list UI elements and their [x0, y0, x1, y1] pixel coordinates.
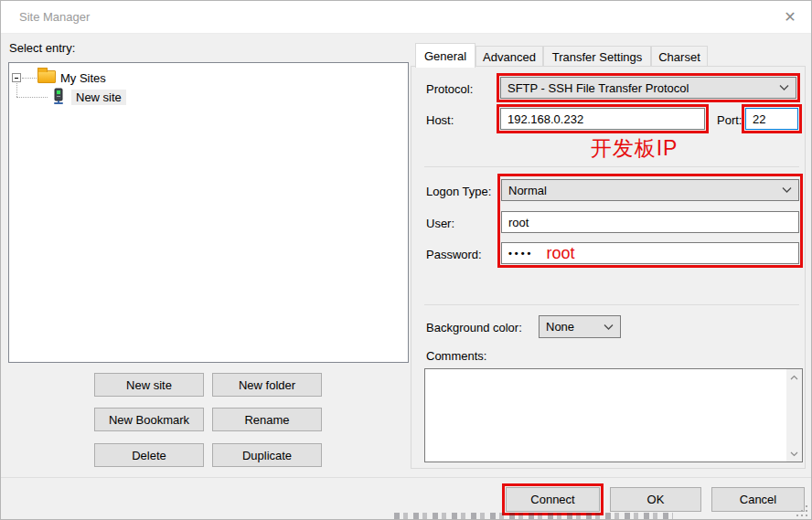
logon-type-label: Logon Type:: [426, 185, 491, 198]
comments-scrollbar[interactable]: [786, 369, 802, 462]
collapse-icon[interactable]: [12, 73, 21, 82]
logon-type-select[interactable]: Normal: [501, 179, 799, 201]
new-site-button[interactable]: New site: [94, 373, 204, 397]
annotation-box-logon: Normal •••• root: [497, 174, 803, 268]
folder-icon: [37, 70, 56, 83]
connect-button[interactable]: Connect: [506, 487, 600, 512]
password-masked-value: ••••: [508, 248, 533, 259]
tab-general[interactable]: General: [415, 43, 475, 68]
close-icon[interactable]: ✕: [769, 1, 811, 33]
comments-textarea[interactable]: [424, 368, 803, 462]
tree-item-my-sites[interactable]: My Sites: [60, 71, 106, 85]
user-input[interactable]: [501, 211, 799, 233]
tree-connector: [16, 83, 17, 97]
host-input[interactable]: [500, 108, 705, 130]
separator: [424, 304, 799, 305]
tree-connector: [22, 78, 37, 79]
clipped-underlying-text: [394, 513, 673, 520]
protocol-label: Protocol:: [426, 82, 473, 96]
site-manager-dialog: Site Manager ✕ Select entry: My Sites Ne…: [0, 0, 812, 520]
comments-label: Comments:: [426, 349, 486, 363]
separator: [424, 166, 799, 167]
chevron-down-icon: [779, 85, 789, 91]
new-bookmark-button[interactable]: New Bookmark: [94, 408, 204, 431]
password-label: Password:: [426, 248, 482, 261]
protocol-select[interactable]: SFTP - SSH File Transfer Protocol: [500, 77, 796, 99]
port-label: Port:: [717, 113, 742, 127]
select-entry-label: Select entry:: [9, 41, 75, 55]
port-input[interactable]: [745, 108, 798, 130]
server-icon: [52, 88, 65, 105]
ip-annotation-text: 开发板IP: [550, 134, 719, 163]
annotation-box-protocol: SFTP - SSH File Transfer Protocol: [497, 73, 800, 102]
protocol-value: SFTP - SSH File Transfer Protocol: [508, 81, 689, 95]
host-label: Host:: [426, 113, 454, 127]
scroll-down-icon[interactable]: [786, 446, 802, 462]
user-label: User:: [426, 217, 454, 230]
duplicate-button[interactable]: Duplicate: [212, 443, 322, 467]
password-annotation-text: root: [546, 244, 574, 263]
cancel-button[interactable]: Cancel: [711, 487, 805, 512]
footer-separator: [1, 477, 812, 478]
annotation-box-port: [742, 104, 802, 133]
password-input[interactable]: •••• root: [501, 242, 799, 264]
resize-grip[interactable]: [796, 504, 808, 516]
chevron-down-icon: [782, 187, 792, 194]
chevron-down-icon: [604, 324, 614, 330]
tab-transfer-settings[interactable]: Transfer Settings: [543, 46, 651, 67]
logon-type-value: Normal: [508, 184, 547, 197]
tree-item-new-site[interactable]: New site: [71, 90, 126, 105]
site-tree: [8, 62, 409, 363]
window-title: Site Manager: [19, 10, 90, 24]
rename-button[interactable]: Rename: [212, 408, 322, 431]
annotation-box-connect: Connect: [502, 483, 604, 515]
tree-connector: [16, 97, 48, 98]
annotation-box-host: [497, 104, 709, 133]
background-color-value: None: [546, 320, 574, 334]
title-bar: Site Manager ✕: [1, 1, 811, 34]
tab-advanced[interactable]: Advanced: [475, 46, 543, 67]
delete-button[interactable]: Delete: [94, 443, 204, 467]
background-color-select[interactable]: None: [539, 315, 621, 338]
ok-button[interactable]: OK: [610, 487, 701, 512]
new-folder-button[interactable]: New folder: [212, 373, 322, 397]
tab-charset[interactable]: Charset: [651, 46, 708, 67]
background-color-label: Background color:: [426, 321, 522, 334]
scroll-up-icon[interactable]: [786, 369, 802, 385]
